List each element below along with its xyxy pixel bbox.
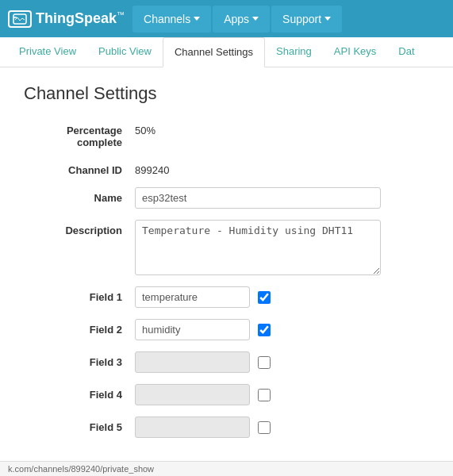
channels-caret-icon [194,17,200,21]
field-row-5: Field 5 [24,416,429,438]
brand-logo: ThingSpeak™ [8,10,125,28]
field-1-input[interactable] [135,286,250,308]
field-3-checkbox[interactable] [258,356,271,369]
channels-menu-button[interactable]: Channels [132,6,211,33]
channel-id-row: Channel ID 899240 [24,159,429,176]
support-label: Support [282,13,321,25]
fields-container: Field 1Field 2Field 3Field 4Field 5 [24,286,429,438]
tab-api-keys[interactable]: API Keys [323,37,387,67]
name-label: Name [24,187,135,204]
tab-channel-settings[interactable]: Channel Settings [163,37,265,67]
field-2-label: Field 2 [24,324,135,336]
percentage-complete-label: Percentage complete [24,120,135,148]
support-caret-icon [324,17,331,21]
apps-caret-icon [252,17,259,21]
field-3-input[interactable] [135,351,250,373]
page-title: Channel Settings [24,83,429,104]
description-label: Description [24,220,135,236]
brand-icon [8,10,32,28]
field-3-label: Field 3 [24,356,135,368]
field-4-checkbox[interactable] [258,389,271,401]
apps-menu-button[interactable]: Apps [213,6,270,33]
field-row-1: Field 1 [24,286,429,308]
name-row: Name [24,187,429,209]
field-5-input[interactable] [135,416,250,438]
apps-label: Apps [224,13,249,25]
main-content: Channel Settings Percentage complete 50%… [0,67,453,465]
field-row-4: Field 4 [24,384,429,405]
field-row-3: Field 3 [24,351,429,373]
percentage-complete-value: 50% [135,120,155,136]
tab-sharing[interactable]: Sharing [265,37,323,67]
percentage-complete-row: Percentage complete 50% [24,120,429,148]
channel-id-value: 899240 [135,159,169,176]
status-bar-text: k.com/channels/899240/private_show [8,464,154,465]
field-4-input[interactable] [135,384,250,405]
description-row: Description [24,220,429,275]
sub-nav-tabs: Private View Public View Channel Setting… [0,37,453,67]
support-menu-button[interactable]: Support [271,6,342,33]
tab-private-view[interactable]: Private View [8,37,87,67]
field-4-label: Field 4 [24,389,135,401]
field-5-label: Field 5 [24,421,135,433]
field-1-checkbox[interactable] [258,291,271,304]
field-2-checkbox[interactable] [258,324,271,336]
name-input[interactable] [135,187,381,209]
status-bar: k.com/channels/899240/private_show [0,461,453,465]
field-1-label: Field 1 [24,291,135,303]
tab-public-view[interactable]: Public View [87,37,163,67]
brand-name: ThingSpeak™ [36,10,125,27]
tab-data[interactable]: Dat [387,37,425,67]
field-row-2: Field 2 [24,319,429,340]
field-5-checkbox[interactable] [258,421,271,434]
field-2-input[interactable] [135,319,250,340]
navbar: ThingSpeak™ Channels Apps Support [0,0,453,37]
description-textarea[interactable] [135,220,381,275]
channels-label: Channels [144,13,190,25]
channel-id-label: Channel ID [24,159,135,176]
